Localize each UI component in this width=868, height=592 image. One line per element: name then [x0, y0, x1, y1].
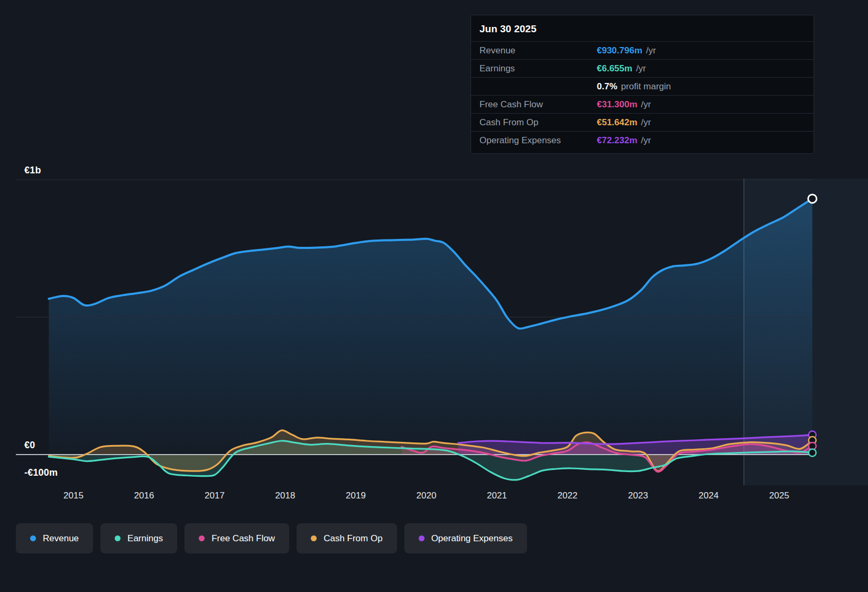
- tooltip-row-label: Earnings: [479, 63, 597, 74]
- legend-dot-revenue: [30, 535, 36, 541]
- x-axis-label-2020: 2020: [417, 491, 437, 501]
- tooltip-date: Jun 30 2025: [471, 15, 814, 41]
- y-axis-label-1000: €1b: [24, 165, 41, 176]
- tooltip: Jun 30 2025 Revenue€930.796m/yrEarnings€…: [470, 15, 814, 154]
- legend-item-revenue[interactable]: Revenue: [16, 523, 93, 553]
- tooltip-row-revenue: Revenue€930.796m/yr: [471, 41, 814, 59]
- legend-dot-operating-expenses: [419, 535, 424, 541]
- tooltip-row-value: 0.7%: [597, 81, 617, 92]
- legend-dot-earnings: [115, 535, 121, 541]
- x-axis-label-2017: 2017: [205, 491, 225, 501]
- tooltip-row-suffix: /yr: [641, 99, 651, 110]
- tooltip-row-value: €72.232m: [597, 135, 638, 146]
- x-axis-label-2023: 2023: [628, 491, 648, 501]
- x-axis-label-2016: 2016: [134, 491, 154, 501]
- tooltip-row-profit-margin: 0.7%profit margin: [471, 77, 814, 95]
- y-axis-label--100: -€100m: [24, 467, 58, 478]
- tooltip-row-suffix: /yr: [641, 135, 651, 146]
- revenue-end-marker: [808, 195, 817, 203]
- tooltip-row-earnings: Earnings€6.655m/yr: [471, 59, 814, 77]
- tooltip-row-label: Free Cash Flow: [479, 99, 597, 110]
- tooltip-row-suffix: /yr: [641, 117, 651, 128]
- earnings-revenue-history-chart: €1b€0-€100m 2015201620172018201920202021…: [0, 0, 868, 592]
- legend-item-label: Revenue: [43, 533, 79, 544]
- tooltip-row-value: €51.642m: [597, 117, 638, 128]
- legend-item-cash-from-op[interactable]: Cash From Op: [297, 523, 396, 553]
- tooltip-row-suffix: profit margin: [621, 81, 671, 92]
- y-axis-label-0: €0: [24, 440, 35, 451]
- tooltip-row-label: Cash From Op: [479, 117, 597, 128]
- tooltip-row-value: €930.796m: [597, 45, 642, 56]
- legend-dot-cash-from-op: [311, 535, 317, 541]
- tooltip-row-suffix: /yr: [636, 63, 646, 74]
- revenue-area: [49, 199, 812, 455]
- tooltip-rows: Revenue€930.796m/yrEarnings€6.655m/yr0.7…: [471, 41, 814, 149]
- legend-item-free-cash-flow[interactable]: Free Cash Flow: [184, 523, 289, 553]
- tooltip-row-label: Revenue: [479, 45, 597, 56]
- legend-item-label: Cash From Op: [324, 533, 382, 544]
- legend-item-operating-expenses[interactable]: Operating Expenses: [404, 523, 527, 553]
- x-axis-label-2024: 2024: [699, 491, 719, 501]
- legend-item-label: Free Cash Flow: [211, 533, 275, 544]
- tooltip-row-cash-from-op: Cash From Op€51.642m/yr: [471, 113, 814, 131]
- tooltip-row-free-cash-flow: Free Cash Flow€31.300m/yr: [471, 95, 814, 113]
- legend-item-label: Earnings: [127, 533, 163, 544]
- earnings-end-marker: [809, 449, 816, 456]
- tooltip-row-label: Operating Expenses: [479, 135, 597, 146]
- tooltip-row-suffix: /yr: [646, 45, 656, 56]
- legend-item-label: Operating Expenses: [431, 533, 513, 544]
- x-axis-label-2019: 2019: [346, 491, 366, 501]
- legend-item-earnings[interactable]: Earnings: [100, 523, 177, 553]
- tooltip-row-operating-expenses: Operating Expenses€72.232m/yr: [471, 131, 814, 149]
- legend: RevenueEarningsFree Cash FlowCash From O…: [16, 523, 527, 553]
- x-axis-label-2025: 2025: [769, 491, 789, 501]
- x-axis-label-2021: 2021: [487, 491, 507, 501]
- legend-dot-free-cash-flow: [199, 535, 205, 541]
- x-axis-label-2015: 2015: [63, 491, 84, 501]
- x-axis-label-2022: 2022: [558, 491, 578, 501]
- tooltip-row-value: €31.300m: [597, 99, 638, 110]
- x-axis-label-2018: 2018: [275, 491, 296, 501]
- tooltip-row-value: €6.655m: [597, 63, 632, 74]
